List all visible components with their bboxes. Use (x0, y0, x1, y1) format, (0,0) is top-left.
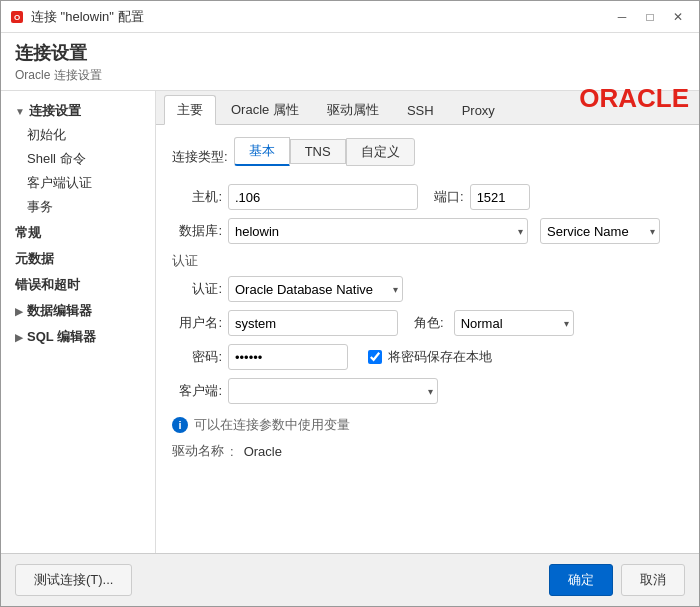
driver-row: 驱动名称 : Oracle (172, 442, 683, 460)
form-area: 连接类型: 基本 TNS 自定义 主机: 端口: 数据库: (156, 125, 699, 553)
client-row: 客户端: ▾ (172, 378, 683, 404)
sidebar-item-data-editor[interactable]: ▶ 数据编辑器 (1, 299, 155, 323)
username-label: 用户名: (172, 314, 222, 332)
auth-select-wrapper: Oracle Database Native ▾ (228, 276, 403, 302)
auth-select[interactable]: Oracle Database Native (228, 276, 403, 302)
tab-driver-props[interactable]: 驱动属性 (314, 95, 392, 124)
username-input[interactable] (228, 310, 398, 336)
sidebar: ▼ 连接设置 初始化 Shell 命令 客户端认证 事务 常规 元数据 错误 (1, 91, 156, 553)
right-panel: 主要 Oracle 属性 驱动属性 SSH Proxy 连接类型: 基本 TNS… (156, 91, 699, 553)
sidebar-label-shell: Shell 命令 (27, 150, 86, 168)
client-label: 客户端: (172, 382, 222, 400)
window-icon: O (9, 9, 25, 25)
connection-type-row: 连接类型: 基本 TNS 自定义 (172, 137, 683, 176)
sidebar-item-connection-settings[interactable]: ▼ 连接设置 (1, 99, 155, 123)
title-bar: O 连接 "helowin" 配置 ─ □ ✕ (1, 1, 699, 33)
maximize-button[interactable]: □ (637, 7, 663, 27)
info-row: i 可以在连接参数中使用变量 (172, 416, 683, 434)
conn-type-custom[interactable]: 自定义 (346, 138, 415, 166)
main-content: ▼ 连接设置 初始化 Shell 命令 客户端认证 事务 常规 元数据 错误 (1, 91, 699, 553)
password-row: 密码: 将密码保存在本地 (172, 344, 683, 370)
save-password-label: 将密码保存在本地 (388, 348, 492, 366)
database-select-wrapper: helowin ▾ (228, 218, 528, 244)
footer: 测试连接(T)... 确定 取消 (1, 553, 699, 606)
sidebar-label-connection: 连接设置 (29, 102, 81, 120)
sidebar-item-transaction[interactable]: 事务 (1, 195, 155, 219)
connection-type-label: 连接类型: (172, 148, 228, 166)
auth-method-row: 认证: Oracle Database Native ▾ (172, 276, 683, 302)
ok-button[interactable]: 确定 (549, 564, 613, 596)
cancel-button[interactable]: 取消 (621, 564, 685, 596)
tab-oracle-props[interactable]: Oracle 属性 (218, 95, 312, 124)
test-connection-button[interactable]: 测试连接(T)... (15, 564, 132, 596)
service-name-select[interactable]: Service Name (540, 218, 660, 244)
database-label: 数据库: (172, 222, 222, 240)
svg-text:O: O (14, 13, 20, 22)
sidebar-item-metadata[interactable]: 元数据 (1, 247, 155, 271)
sidebar-item-init[interactable]: 初始化 (1, 123, 155, 147)
footer-left: 测试连接(T)... (15, 564, 132, 596)
client-select-wrapper: ▾ (228, 378, 438, 404)
save-password-row: 将密码保存在本地 (368, 348, 492, 366)
port-label: 端口: (434, 188, 464, 206)
conn-type-basic[interactable]: 基本 (234, 137, 290, 166)
window-header: 连接设置 Oracle 连接设置 ORACLE (1, 33, 699, 91)
password-label: 密码: (172, 348, 222, 366)
chevron-down-icon: ▼ (15, 106, 25, 117)
driver-name-value: Oracle (244, 444, 282, 459)
auth-section-label: 认证 (172, 252, 683, 270)
client-select[interactable] (228, 378, 438, 404)
sidebar-label-init: 初始化 (27, 126, 66, 144)
username-role-row: 用户名: 角色: Normal ▾ (172, 310, 683, 336)
sidebar-item-general[interactable]: 常规 (1, 221, 155, 245)
database-row: 数据库: helowin ▾ Service Name ▾ (172, 218, 683, 244)
page-title: 连接设置 (15, 41, 685, 65)
tab-main[interactable]: 主要 (164, 95, 216, 125)
chevron-right-icon2: ▶ (15, 332, 23, 343)
auth-label: 认证: (172, 280, 222, 298)
sidebar-label-client-auth: 客户端认证 (27, 174, 92, 192)
page-subtitle: Oracle 连接设置 (15, 67, 685, 84)
connection-type-selector: 基本 TNS 自定义 (234, 137, 415, 166)
conn-type-tns[interactable]: TNS (290, 139, 346, 164)
info-text: 可以在连接参数中使用变量 (194, 416, 350, 434)
host-input[interactable] (228, 184, 418, 210)
role-select[interactable]: Normal (454, 310, 574, 336)
window-title: 连接 "helowin" 配置 (31, 8, 609, 26)
info-icon: i (172, 417, 188, 433)
save-password-checkbox[interactable] (368, 350, 382, 364)
port-input[interactable] (470, 184, 530, 210)
sidebar-label-sql-editor: SQL 编辑器 (27, 328, 96, 346)
window-controls: ─ □ ✕ (609, 7, 691, 27)
tab-proxy[interactable]: Proxy (449, 95, 508, 124)
chevron-right-icon: ▶ (15, 306, 23, 317)
close-button[interactable]: ✕ (665, 7, 691, 27)
sidebar-label-general: 常规 (15, 224, 41, 242)
host-port-row: 主机: 端口: (172, 184, 683, 210)
footer-right: 确定 取消 (549, 564, 685, 596)
sidebar-item-errors[interactable]: 错误和超时 (1, 273, 155, 297)
minimize-button[interactable]: ─ (609, 7, 635, 27)
service-name-wrapper: Service Name ▾ (540, 218, 660, 244)
tab-ssh[interactable]: SSH (394, 95, 447, 124)
driver-name-label: 驱动名称 (172, 442, 224, 460)
sidebar-label-metadata: 元数据 (15, 250, 54, 268)
sidebar-item-shell[interactable]: Shell 命令 (1, 147, 155, 171)
sidebar-item-client-auth[interactable]: 客户端认证 (1, 171, 155, 195)
role-select-wrapper: Normal ▾ (454, 310, 574, 336)
sidebar-label-errors: 错误和超时 (15, 276, 80, 294)
database-select[interactable]: helowin (228, 218, 528, 244)
password-input[interactable] (228, 344, 348, 370)
oracle-logo: ORACLE (579, 83, 689, 114)
role-label: 角色: (414, 314, 444, 332)
sidebar-item-sql-editor[interactable]: ▶ SQL 编辑器 (1, 325, 155, 349)
host-label: 主机: (172, 188, 222, 206)
sidebar-label-data-editor: 数据编辑器 (27, 302, 92, 320)
sidebar-label-transaction: 事务 (27, 198, 53, 216)
